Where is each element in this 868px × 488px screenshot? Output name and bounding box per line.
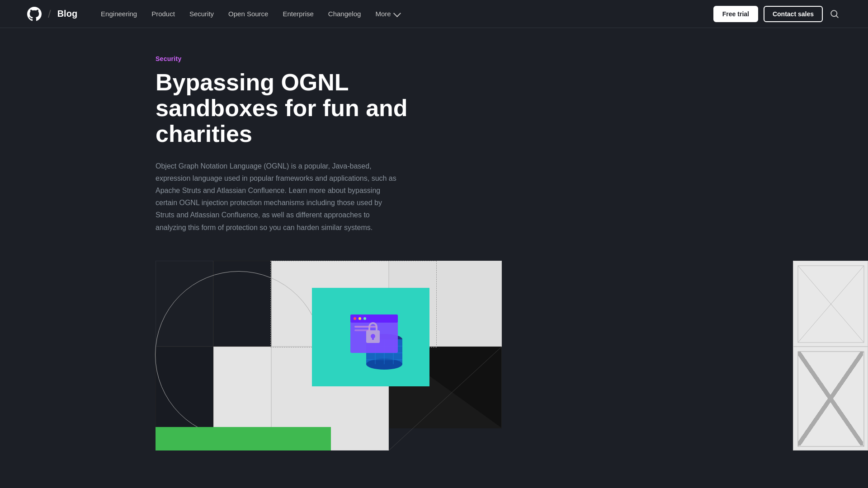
article-category: Security (156, 55, 868, 62)
cell-x-bottom-right (793, 347, 868, 450)
article-title: Bypassing OGNL sandboxes for fun and cha… (156, 70, 409, 147)
article-header: Security Bypassing OGNL sandboxes for fu… (0, 28, 868, 252)
logo-divider: / (48, 8, 51, 20)
hero-image (0, 261, 868, 450)
navbar: / Blog Engineering Product Security Open… (0, 0, 868, 28)
nav-open-source[interactable]: Open Source (223, 6, 274, 21)
nav-product[interactable]: Product (146, 6, 180, 21)
nav-engineering[interactable]: Engineering (95, 6, 142, 21)
svg-point-19 (359, 317, 361, 320)
x-pattern-svg (793, 261, 868, 347)
blog-label: Blog (57, 9, 77, 19)
chevron-down-icon (393, 9, 401, 17)
svg-line-5 (798, 352, 864, 446)
logo-link[interactable]: / Blog (27, 7, 77, 21)
large-x-svg (793, 347, 868, 450)
security-lock-svg (326, 296, 416, 378)
search-button[interactable] (828, 8, 841, 20)
free-trial-button[interactable]: Free trial (713, 6, 758, 22)
nav-more[interactable]: More (370, 6, 404, 21)
svg-line-4 (798, 352, 864, 446)
svg-rect-23 (372, 336, 374, 340)
svg-rect-6 (798, 352, 864, 446)
cell-x-top-right (793, 261, 868, 347)
search-icon (830, 9, 839, 19)
nav-actions: Free trial Contact sales (713, 6, 841, 22)
nav-enterprise[interactable]: Enterprise (277, 6, 319, 21)
svg-rect-24 (354, 326, 377, 328)
contact-sales-button[interactable]: Contact sales (764, 6, 823, 22)
svg-point-18 (354, 317, 356, 320)
svg-rect-17 (350, 314, 398, 323)
github-logo-icon (27, 7, 42, 21)
svg-rect-25 (354, 329, 370, 331)
nav-security[interactable]: Security (184, 6, 219, 21)
nav-changelog[interactable]: Changelog (323, 6, 367, 21)
teal-security-illustration (312, 288, 429, 386)
svg-point-20 (363, 317, 366, 320)
green-bar (156, 427, 331, 450)
nav-links: Engineering Product Security Open Source… (95, 6, 404, 21)
article-description: Object Graph Notation Language (OGNL) is… (156, 160, 400, 234)
